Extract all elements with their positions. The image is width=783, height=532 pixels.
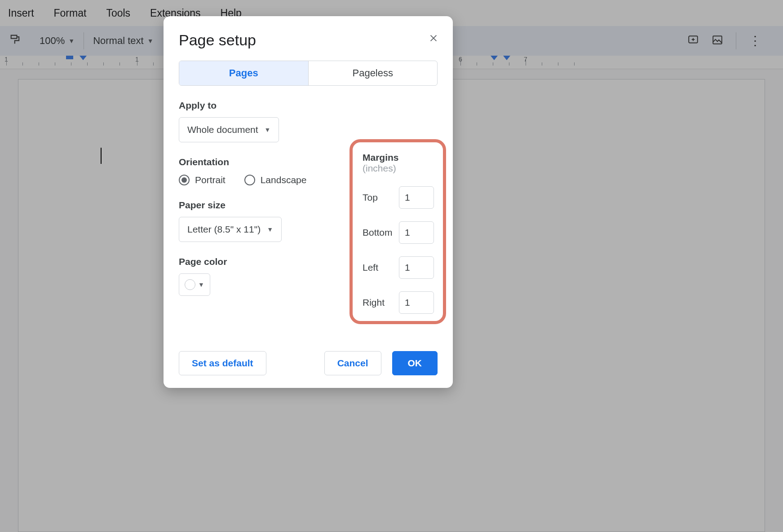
orientation-portrait[interactable]: Portrait [179,175,226,185]
dialog-title: Page setup [179,31,438,49]
radio-label: Portrait [195,175,226,185]
margin-row-top: Top [363,186,434,209]
paper-size-value: Letter (8.5" x 11") [187,224,261,235]
margin-left-input[interactable] [399,256,434,279]
chevron-down-icon: ▼ [265,126,271,133]
orientation-landscape[interactable]: Landscape [244,175,307,185]
close-icon [429,33,438,43]
dialog-buttons: Set as default Cancel OK [179,351,438,375]
margin-label: Right [363,297,385,308]
chevron-down-icon: ▼ [267,226,273,233]
margin-label: Bottom [363,227,393,238]
tab-pages[interactable]: Pages [179,61,309,85]
margin-row-left: Left [363,256,434,279]
margin-row-bottom: Bottom [363,221,434,244]
margin-label: Left [363,262,378,273]
apply-to-label: Apply to [179,100,438,111]
margin-right-input[interactable] [399,291,434,314]
tab-bar: Pages Pageless [179,61,438,86]
margins-label: Margins (inches) [363,152,434,174]
ok-button[interactable]: OK [392,351,438,375]
margin-bottom-input[interactable] [399,221,434,244]
radio-icon [244,175,255,185]
apply-to-value: Whole document [187,124,258,135]
color-swatch-icon [185,279,195,290]
paper-size-select[interactable]: Letter (8.5" x 11") ▼ [179,217,282,242]
radio-label: Landscape [261,175,307,185]
radio-icon [179,175,190,185]
page-color-select[interactable]: ▼ [179,273,210,296]
margin-label: Top [363,192,378,203]
apply-to-select[interactable]: Whole document ▼ [179,117,279,142]
close-button[interactable] [427,31,440,45]
margin-row-right: Right [363,291,434,314]
tab-pageless[interactable]: Pageless [309,61,438,85]
set-as-default-button[interactable]: Set as default [179,351,266,375]
margins-section-highlight: Margins (inches) Top Bottom Left Right [349,139,446,324]
chevron-down-icon: ▼ [198,281,204,288]
cancel-button[interactable]: Cancel [324,351,381,375]
margin-top-input[interactable] [399,186,434,209]
modal-backdrop: Page setup Pages Pageless Apply to Whole… [0,0,783,532]
